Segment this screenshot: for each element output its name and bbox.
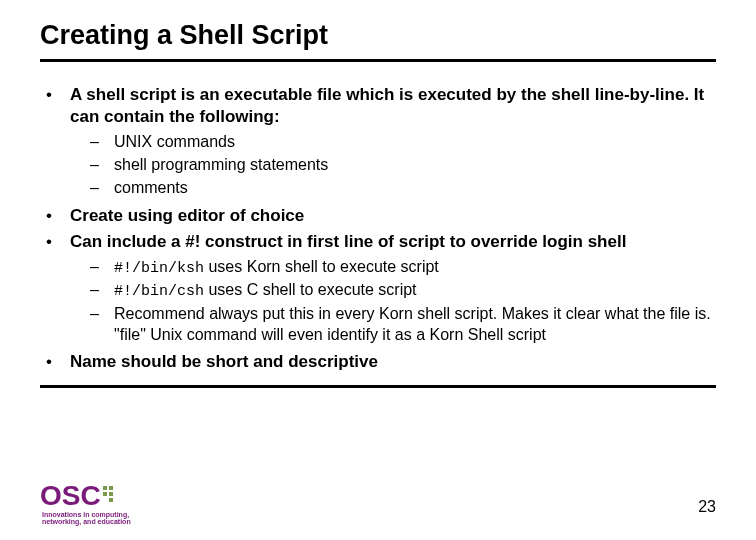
sub-bullet: –Recommend always put this in every Korn… [90,304,716,346]
page-number: 23 [698,498,716,516]
dash-icon: – [90,304,114,346]
sub-bullet: –#!/bin/ksh uses Korn shell to execute s… [90,257,716,279]
bullet-icon: • [40,231,70,253]
osc-logo: OSC [40,482,131,510]
sub-bullet: –comments [90,178,716,199]
slide-title: Creating a Shell Script [40,20,716,51]
code-path: #!/bin/ksh [114,260,204,277]
sub-bullet: –#!/bin/csh uses C shell to execute scri… [90,280,716,302]
sub-text: #!/bin/ksh uses Korn shell to execute sc… [114,257,716,279]
code-path: #!/bin/csh [114,283,204,300]
tagline-line1: Innovations in computing, [42,511,129,518]
bullet-icon: • [40,351,70,373]
bullet-text: Name should be short and descriptive [70,351,716,373]
tagline-line2: networking, and education [42,518,131,525]
sub-text: comments [114,178,716,199]
sub-rest: uses C shell to execute script [204,281,417,298]
dash-icon: – [90,257,114,279]
bullet-icon: • [40,205,70,227]
sub-text: #!/bin/csh uses C shell to execute scrip… [114,280,716,302]
bullet-2: • Create using editor of choice [40,205,716,227]
bullet-3: • Can include a #! construct in first li… [40,231,716,253]
dash-icon: – [90,155,114,176]
slide: Creating a Shell Script • A shell script… [0,0,756,373]
sub-bullet: –UNIX commands [90,132,716,153]
bullet-text: Create using editor of choice [70,205,716,227]
dash-icon: – [90,280,114,302]
bullet-1: • A shell script is an executable file w… [40,84,716,128]
sub-text: UNIX commands [114,132,716,153]
sub-text: shell programming statements [114,155,716,176]
bullet-text: A shell script is an executable file whi… [70,84,716,128]
footer: OSC Innovations in computing, networking… [40,482,131,526]
title-underline [40,59,716,62]
bullet-icon: • [40,84,70,128]
dash-icon: – [90,132,114,153]
sub-rest: uses Korn shell to execute script [204,258,439,275]
logo-dots-icon [103,482,117,510]
slide-body: • A shell script is an executable file w… [40,84,716,373]
sub-bullet: –shell programming statements [90,155,716,176]
logo-tagline: Innovations in computing, networking, an… [42,511,131,526]
bullet-4: • Name should be short and descriptive [40,351,716,373]
bullet-text: Can include a #! construct in first line… [70,231,716,253]
sub-text: Recommend always put this in every Korn … [114,304,716,346]
footer-rule [40,385,716,388]
dash-icon: – [90,178,114,199]
logo-text: OSC [40,482,101,510]
